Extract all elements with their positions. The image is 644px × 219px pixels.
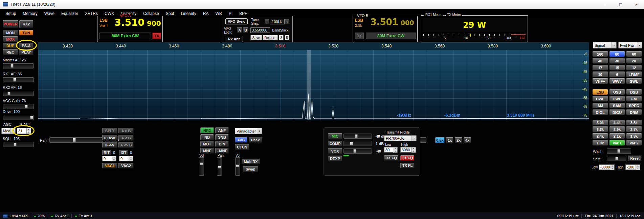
mode-usb-button[interactable]: USB [609, 89, 625, 95]
mode-am-button[interactable]: AM [592, 103, 608, 108]
ctun-button[interactable]: CTUN [235, 144, 249, 150]
filter-high-spinner[interactable]: -100 ▲▼ [625, 164, 640, 170]
vol1-slider[interactable] [199, 157, 204, 176]
mode-digu-button[interactable]: DIGU [609, 109, 625, 115]
vac2-button[interactable]: VAC2 [118, 163, 134, 168]
zoom-05x-button[interactable]: 0.5x [435, 137, 445, 143]
rx-antenna-readout[interactable]: Rx Ant 1 [55, 214, 69, 218]
xit-button[interactable]: XIT [119, 150, 128, 155]
rit-spinner[interactable]: 0 ▲▼ [102, 156, 116, 161]
vox-button[interactable]: VOX [328, 148, 342, 154]
width-slider-thumb[interactable] [617, 149, 620, 153]
xit-spinner[interactable]: 0 ▲▼ [119, 156, 133, 161]
pan-slider-thumb[interactable] [73, 138, 76, 142]
nb-button[interactable]: NB [200, 134, 214, 140]
mode-dsb-button[interactable]: DSB [626, 89, 642, 95]
band-swl-button[interactable]: SWL [626, 78, 642, 84]
filter-5k-button[interactable]: 5.0k [592, 120, 608, 125]
band-80-button[interactable]: 80 [609, 51, 625, 57]
split-button[interactable]: SPLT [102, 128, 117, 134]
rx-eq-button[interactable]: RX EQ [384, 155, 398, 161]
plus-mnf-button[interactable]: +MNF [215, 148, 229, 154]
vfo-a-frequency[interactable]: 3.510 900 [114, 17, 162, 31]
tx-high-spinner[interactable]: 3080 ▲▼ [400, 147, 416, 153]
avg-button[interactable]: AVG [235, 137, 247, 143]
vfo-lock-b-button[interactable]: B [243, 27, 248, 33]
mut-button[interactable]: MUT [200, 141, 214, 147]
spin-down-icon[interactable]: ▼ [112, 159, 116, 161]
vol1-slider-thumb[interactable] [200, 162, 203, 165]
spin-up-icon[interactable]: ▲ [610, 165, 614, 167]
vfo-a-tx-indicator[interactable]: TX [152, 33, 161, 39]
rx-meter-dropdown[interactable]: Signal ▼ [593, 42, 617, 48]
tx-high-arrows[interactable]: ▲▼ [411, 147, 416, 152]
power-button[interactable]: POWER [3, 20, 18, 28]
filter-18k-button[interactable]: 1.8k [626, 133, 642, 139]
bandstack-restore-button[interactable]: Restore [263, 35, 278, 40]
mnf-button[interactable]: MNF [200, 148, 214, 154]
play-button[interactable]: PLAY [19, 49, 34, 55]
tx-antenna-readout[interactable]: Tx Ant 1 [79, 214, 92, 218]
rx-ant-button[interactable]: Rx Ant [225, 36, 243, 42]
spin-up-icon[interactable]: ▲ [112, 156, 116, 159]
band-15-button[interactable]: 15 [609, 65, 625, 71]
mode-cwl-button[interactable]: CWL [592, 96, 608, 102]
spin-up-icon[interactable]: ▲ [636, 165, 640, 167]
rec-button[interactable]: REC [3, 49, 18, 55]
menu-equalizer[interactable]: Equalizer [58, 9, 82, 18]
spin-down-icon[interactable]: ▼ [393, 150, 397, 153]
menu-linearity[interactable]: Linearity [177, 9, 199, 18]
mic-button[interactable]: MIC [328, 133, 342, 139]
filter-27k-button[interactable]: 2.7k [626, 126, 642, 132]
dexp-button[interactable]: DEXP [328, 156, 342, 161]
band-wwv-button[interactable]: WWV [609, 78, 625, 84]
tx-eq-button[interactable]: TX EQ [400, 155, 415, 161]
close-button[interactable]: × [628, 0, 644, 9]
rx2-af-slider-thumb[interactable] [7, 92, 10, 95]
comp-button[interactable]: COMP [328, 141, 342, 146]
band-17-button[interactable]: 17 [592, 65, 608, 71]
dup-button[interactable]: DUP [3, 43, 18, 48]
rx2-button[interactable]: RX2 [19, 20, 33, 28]
mode-digl-button[interactable]: DIGL [592, 109, 608, 115]
comp-slider-thumb[interactable] [350, 142, 353, 145]
tune-step-minus-button[interactable]: – [265, 19, 269, 24]
shift-slider-thumb[interactable] [615, 157, 618, 160]
band-vhf-button[interactable]: VHF+ [592, 78, 608, 84]
master-af-slider-thumb[interactable] [10, 64, 14, 68]
mox-button[interactable]: MOX [3, 36, 18, 42]
shift-slider[interactable] [607, 156, 626, 161]
tun-button[interactable]: TUN [19, 30, 34, 36]
vox-slider[interactable] [343, 148, 372, 154]
filter-low-arrows[interactable]: ▲▼ [610, 165, 614, 170]
vol2-slider-thumb[interactable] [236, 164, 240, 167]
audio-pan-slider-thumb[interactable] [218, 166, 221, 168]
mon-button[interactable]: MON [3, 30, 18, 36]
filter-21k-button[interactable]: 2.1k [609, 133, 625, 139]
band-20-button[interactable]: 20 [626, 58, 642, 64]
master-af-slider[interactable] [3, 63, 34, 68]
mode-fm-button[interactable]: FM [626, 96, 642, 102]
comp-slider[interactable] [343, 141, 372, 146]
mode-drm-button[interactable]: DRM [626, 109, 642, 115]
maximize-button[interactable]: □ [613, 0, 628, 9]
tx-meter-dropdown[interactable]: Fwd Pwr ▼ [618, 42, 642, 48]
spin-up-icon[interactable]: ▲ [393, 147, 397, 150]
transmit-profile-dropdown[interactable]: PR780+cfc ▼ [384, 135, 417, 141]
width-slider[interactable] [607, 148, 631, 154]
psa-button[interactable]: PS-A [19, 43, 34, 48]
band-40-button[interactable]: 40 [592, 58, 608, 64]
minimize-button[interactable]: – [597, 0, 613, 9]
rx1-af-slider[interactable] [3, 77, 34, 82]
filter-low-spinner[interactable]: -3000 ▲▼ [599, 164, 615, 170]
band-30-button[interactable]: 30 [609, 58, 625, 64]
panadapter-display[interactable]: -5 -15 -25 -35 -45 -55 -65 -75 -19.6Hz -… [38, 50, 589, 120]
tx-low-arrows[interactable]: ▲▼ [393, 147, 397, 152]
rit-spinner-arrows[interactable]: ▲▼ [112, 156, 116, 161]
audio-pan-slider[interactable] [217, 157, 222, 176]
vac1-button[interactable]: VAC1 [102, 163, 117, 168]
rx1-af-slider-thumb[interactable] [13, 78, 16, 82]
mode-spec-button[interactable]: SPEC [626, 103, 642, 108]
a-swap-b-button[interactable]: A <> B [118, 142, 134, 148]
if-to-vfo-button[interactable]: IF->V [102, 142, 117, 148]
